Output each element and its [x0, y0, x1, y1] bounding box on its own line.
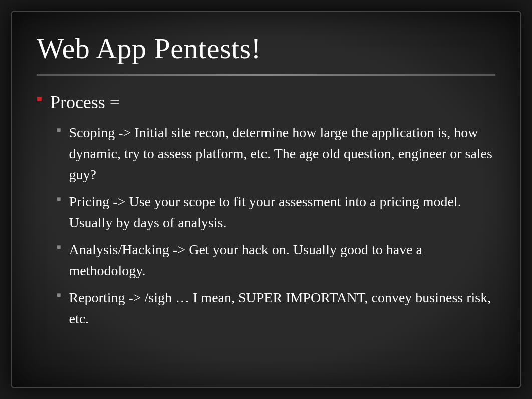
main-bullet-icon: ■ [37, 94, 42, 104]
sub-bullet-icon-scoping: ■ [57, 126, 61, 134]
sub-bullet-text-scoping: Scoping -> Initial site recon, determine… [69, 122, 495, 185]
sub-bullet-text-analysis: Analysis/Hacking -> Get your hack on. Us… [69, 239, 495, 281]
sub-bullet-analysis: ■ Analysis/Hacking -> Get your hack on. … [57, 239, 495, 281]
sub-bullet-icon-reporting: ■ [57, 291, 61, 299]
sub-bullet-text-reporting: Reporting -> /sigh … I mean, SUPER IMPOR… [69, 287, 495, 329]
content-area: ■ Process = ■ Scoping -> Initial site re… [37, 91, 495, 367]
sub-bullet-text-pricing: Pricing -> Use your scope to fit your as… [69, 191, 495, 233]
main-bullet-process: ■ Process = [37, 91, 495, 114]
sub-bullet-reporting: ■ Reporting -> /sigh … I mean, SUPER IMP… [57, 287, 495, 329]
sub-bullet-icon-pricing: ■ [57, 195, 61, 203]
main-bullet-label: Process = [50, 91, 120, 114]
slide: Web App Pentests! ■ Process = ■ Scoping … [11, 11, 521, 388]
sub-bullet-scoping: ■ Scoping -> Initial site recon, determi… [57, 122, 495, 185]
sub-bullet-icon-analysis: ■ [57, 243, 61, 251]
sub-bullets-list: ■ Scoping -> Initial site recon, determi… [57, 122, 495, 333]
slide-title: Web App Pentests! [37, 32, 495, 65]
divider [37, 74, 495, 76]
sub-bullet-pricing: ■ Pricing -> Use your scope to fit your … [57, 191, 495, 233]
